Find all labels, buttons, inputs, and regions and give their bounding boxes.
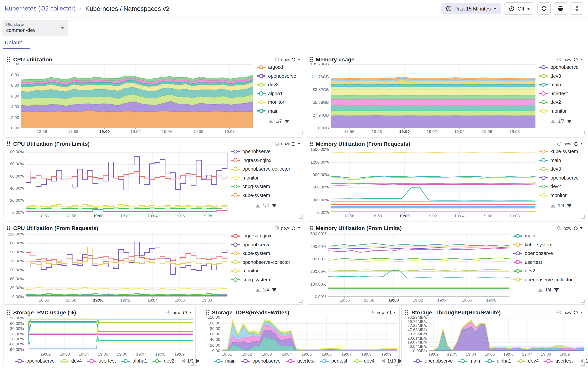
- page-down-icon[interactable]: [285, 120, 289, 123]
- page-up-icon[interactable]: [268, 120, 273, 123]
- page-up-icon[interactable]: [255, 204, 260, 207]
- legend-item[interactable]: openobserve: [513, 251, 583, 256]
- drag-handle-icon[interactable]: [405, 310, 408, 315]
- collapse-button[interactable]: [570, 2, 583, 15]
- chevron-down-icon[interactable]: [298, 227, 300, 229]
- legend-item[interactable]: openobserve-collector: [231, 259, 301, 265]
- legend-item[interactable]: dev3: [539, 166, 583, 172]
- page-up-icon[interactable]: [550, 120, 555, 123]
- legend-item[interactable]: openobserve-collector: [231, 166, 301, 172]
- drag-handle-icon[interactable]: [7, 226, 10, 230]
- page-down-icon[interactable]: [567, 204, 571, 207]
- legend-item[interactable]: openobserve: [15, 358, 55, 364]
- legend-item[interactable]: usertest: [286, 358, 315, 364]
- print-button[interactable]: [554, 2, 567, 15]
- legend-item[interactable]: dev3: [257, 82, 301, 87]
- resize-handle[interactable]: [581, 300, 585, 303]
- page-down-icon[interactable]: [554, 288, 559, 292]
- legend-item[interactable]: alpha1: [257, 91, 301, 96]
- chart-plot[interactable]: 19:0219:0319:0419:0519:0619:0719:0819:09: [26, 317, 193, 357]
- page-down-icon[interactable]: [272, 288, 276, 292]
- legend-item[interactable]: main: [458, 358, 480, 364]
- drag-handle-icon[interactable]: [310, 141, 313, 146]
- chevron-down-icon[interactable]: [298, 59, 300, 60]
- chevron-down-icon[interactable]: [580, 143, 583, 145]
- legend-item[interactable]: usertest: [539, 91, 583, 96]
- chevron-down-icon[interactable]: [580, 312, 583, 313]
- resize-handle[interactable]: [581, 362, 585, 366]
- legend-item[interactable]: dev4: [517, 358, 539, 364]
- refresh-icon[interactable]: [573, 310, 578, 315]
- legend-item[interactable]: openobserve: [241, 358, 281, 364]
- legend-item[interactable]: kube-system: [231, 251, 301, 256]
- page-up-icon[interactable]: [538, 288, 542, 292]
- page-up-icon[interactable]: [255, 288, 260, 292]
- drag-handle-icon[interactable]: [7, 141, 10, 146]
- drag-handle-icon[interactable]: [206, 310, 209, 315]
- legend-item[interactable]: usertest: [544, 358, 573, 364]
- page-right-icon[interactable]: [196, 359, 199, 363]
- legend-item[interactable]: kube-system: [513, 242, 583, 247]
- auto-refresh-picker[interactable]: Off: [504, 2, 534, 15]
- chart-plot[interactable]: 18:5618:5819:0019:0219:0419:0619:08: [26, 148, 227, 218]
- legend-item[interactable]: openobserve: [539, 175, 583, 181]
- legend-item[interactable]: ingress-nginx: [231, 157, 301, 163]
- chart-canvas[interactable]: [26, 317, 193, 350]
- legend-item[interactable]: openobserve-collector: [513, 277, 583, 282]
- drag-handle-icon[interactable]: [7, 310, 10, 315]
- chart-plot[interactable]: 18:5618:5819:0019:0219:0419:0619:08: [331, 64, 535, 134]
- legend-item[interactable]: usertest: [87, 358, 116, 364]
- legend-item[interactable]: main: [513, 233, 583, 239]
- chart-plot[interactable]: 18:5618:5819:0019:0219:0419:0619:08: [21, 64, 253, 134]
- drag-handle-icon[interactable]: [7, 57, 10, 62]
- resize-handle[interactable]: [299, 300, 303, 303]
- chart-canvas[interactable]: [331, 64, 535, 128]
- page-down-icon[interactable]: [272, 204, 276, 207]
- resize-handle[interactable]: [299, 131, 303, 134]
- chart-plot[interactable]: 18:5618:5819:0019:0219:0419:0619:08: [328, 232, 510, 303]
- chart-plot[interactable]: 19:0119:0219:0319:0419:0519:0619:0719:08…: [222, 317, 397, 357]
- chevron-down-icon[interactable]: [580, 227, 583, 229]
- breadcrumb-dashboard-link[interactable]: Kubernetes (O2 collector): [5, 5, 76, 12]
- legend-item[interactable]: kube-system: [231, 193, 301, 198]
- chart-plot[interactable]: 18:5618:5819:0019:0219:0419:0619:08: [26, 232, 227, 303]
- legend-item[interactable]: alpha1: [121, 358, 147, 364]
- refresh-icon[interactable]: [291, 57, 296, 62]
- legend-item[interactable]: dev4: [60, 358, 82, 364]
- page-up-icon[interactable]: [550, 204, 555, 207]
- legend-item[interactable]: monitor: [539, 108, 583, 114]
- chart-canvas[interactable]: [429, 317, 584, 350]
- resize-handle[interactable]: [581, 215, 585, 219]
- refresh-icon[interactable]: [182, 310, 188, 315]
- legend-item[interactable]: cnpg-system: [231, 277, 301, 282]
- chart-canvas[interactable]: [21, 64, 253, 128]
- refresh-icon[interactable]: [573, 226, 578, 231]
- legend-item[interactable]: main: [257, 108, 301, 114]
- legend-item[interactable]: argocd: [257, 64, 301, 70]
- chevron-down-icon[interactable]: [394, 312, 396, 313]
- chevron-down-icon[interactable]: [580, 59, 583, 60]
- refresh-icon[interactable]: [573, 57, 578, 62]
- legend-item[interactable]: dev4: [353, 358, 374, 364]
- legend-item[interactable]: ingress-nginx: [231, 233, 301, 239]
- legend-item[interactable]: kube-system: [539, 149, 583, 154]
- legend-item[interactable]: main: [539, 157, 583, 163]
- legend-item[interactable]: main: [214, 358, 236, 364]
- legend-item[interactable]: monitor: [257, 100, 301, 105]
- refresh-icon[interactable]: [291, 141, 296, 146]
- legend-item[interactable]: monitor: [231, 268, 301, 274]
- legend-item[interactable]: cnpg-system: [231, 184, 301, 189]
- legend-item[interactable]: openobserve: [413, 358, 453, 364]
- chart-canvas[interactable]: [222, 317, 397, 350]
- legend-item[interactable]: openobserve: [231, 242, 301, 247]
- chart-canvas[interactable]: [26, 233, 227, 296]
- page-left-icon[interactable]: [181, 359, 185, 363]
- legend-item[interactable]: monitor: [539, 193, 583, 198]
- chart-canvas[interactable]: [328, 233, 510, 296]
- legend-item[interactable]: usertest: [513, 259, 583, 265]
- refresh-button[interactable]: [537, 2, 551, 15]
- legend-item[interactable]: openobserve: [231, 149, 301, 154]
- resize-handle[interactable]: [299, 215, 303, 219]
- cluster-select[interactable]: k8s_cluster common-dev: [2, 20, 68, 36]
- legend-item[interactable]: main: [539, 82, 583, 87]
